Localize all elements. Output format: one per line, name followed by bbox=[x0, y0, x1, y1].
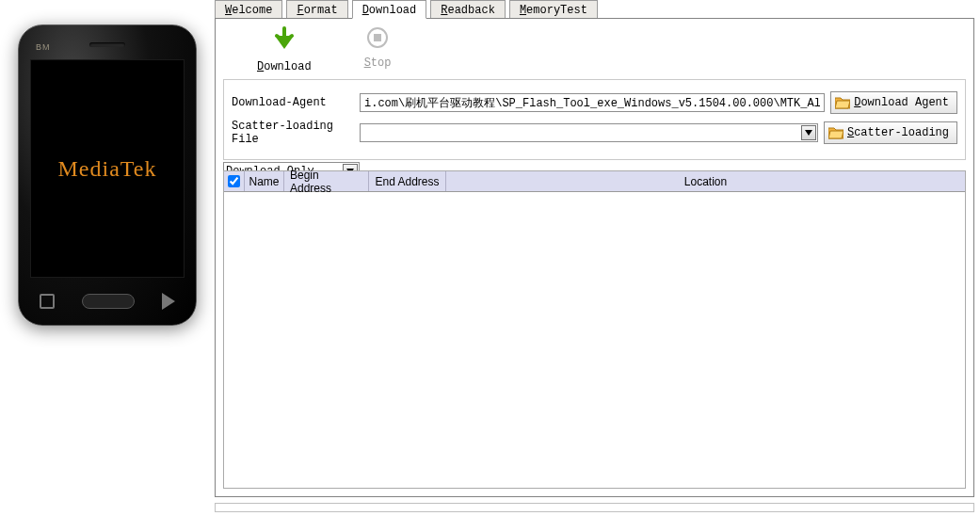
scatter-file-combo[interactable] bbox=[360, 123, 818, 142]
folder-icon bbox=[835, 96, 850, 109]
agent-group: Download-Agent Download Agent Scatter-lo… bbox=[223, 79, 966, 160]
phone-mock: BM MediaTek bbox=[18, 24, 197, 326]
tab-download[interactable]: Download bbox=[352, 0, 427, 19]
tab-welcome[interactable]: Welcome bbox=[215, 0, 282, 19]
download-agent-label: Download-Agent bbox=[232, 96, 354, 109]
tab-format[interactable]: Format bbox=[286, 0, 347, 19]
toolbar: Download Stop bbox=[223, 23, 966, 75]
mediatek-logo: MediaTek bbox=[58, 156, 157, 182]
download-button[interactable]: Download bbox=[257, 26, 312, 75]
stop-icon bbox=[366, 26, 389, 53]
column-begin-address[interactable]: Begin Address bbox=[284, 171, 369, 191]
phone-menu-icon bbox=[40, 294, 55, 309]
phone-speaker bbox=[89, 42, 125, 47]
download-agent-input[interactable] bbox=[360, 93, 825, 112]
tab-bar: Welcome Format Download Readback MemoryT… bbox=[215, 0, 598, 19]
left-phone-panel: BM MediaTek bbox=[0, 0, 213, 516]
column-location[interactable]: Location bbox=[446, 171, 965, 191]
phone-brand-label: BM bbox=[36, 42, 51, 52]
scatter-loading-button[interactable]: Scatter-loading bbox=[824, 121, 957, 144]
column-end-address[interactable]: End Address bbox=[369, 171, 446, 191]
download-arrow-icon bbox=[271, 26, 297, 56]
status-strip bbox=[215, 503, 974, 512]
phone-nav-buttons bbox=[19, 285, 196, 317]
column-checkbox[interactable] bbox=[224, 171, 245, 191]
stop-button: Stop bbox=[364, 26, 392, 75]
tab-memorytest[interactable]: MemoryTest bbox=[509, 0, 598, 19]
tab-readback[interactable]: Readback bbox=[430, 0, 506, 19]
scatter-dropdown-icon[interactable] bbox=[801, 125, 816, 140]
column-name[interactable]: Name bbox=[245, 171, 284, 191]
phone-screen: MediaTek bbox=[30, 59, 185, 278]
main-area: Welcome Format Download Readback MemoryT… bbox=[213, 0, 980, 516]
folder-icon bbox=[828, 126, 843, 139]
scatter-file-label: Scatter-loading File bbox=[232, 120, 354, 146]
partition-table: Name Begin Address End Address Location bbox=[223, 170, 966, 489]
phone-back-icon bbox=[162, 293, 175, 310]
download-panel: Download Stop Download-Agent bbox=[215, 18, 974, 497]
download-agent-button[interactable]: Download Agent bbox=[830, 91, 957, 114]
table-header: Name Begin Address End Address Location bbox=[224, 171, 965, 192]
phone-home-icon bbox=[82, 294, 135, 309]
svg-rect-1 bbox=[374, 34, 381, 41]
select-all-checkbox[interactable] bbox=[228, 175, 240, 187]
table-body bbox=[224, 192, 965, 488]
